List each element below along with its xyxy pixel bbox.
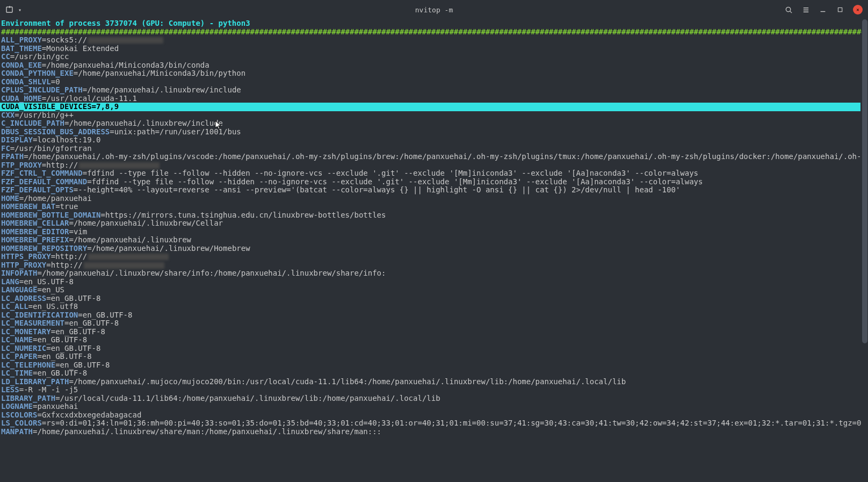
env-row: HTTPS_PROXY=http:// [0,253,860,261]
env-key: HTTPS_PROXY [1,252,51,261]
env-row: LESS=-R -M -i -j5 [0,386,860,394]
env-row: LC_TIME=en_GB.UTF-8 [0,369,860,378]
env-value: Gxfxcxdxbxegedabagacad [42,411,141,419]
env-row: HOMEBREW_PREFIX=/home/panxuehai/.linuxbr… [0,236,860,244]
equals-sign: = [100,211,105,219]
env-row: HOMEBREW_CELLAR=/home/panxuehai/.linuxbr… [0,219,860,228]
minimize-button[interactable] [819,5,827,14]
env-value: localhost:19.0 [37,135,100,144]
env-value: /home/panxuehai/.linuxbrew/include [69,119,223,127]
equals-sign: = [46,261,50,269]
env-value: http:// [55,252,87,261]
env-key: HTTP_PROXY [1,261,46,269]
redacted-segment [88,37,163,44]
env-value: -R -M -i -j5 [24,385,78,394]
terminal-content[interactable]: Environment of process 3737074 (GPU: Com… [0,19,868,482]
env-row: LC_TELEPHONE=en_GB.UTF-8 [0,361,860,370]
close-button[interactable] [853,5,863,15]
env-key: LC_ADDRESS [1,294,46,303]
env-value: /usr/local/cuda-11.1/lib64:/home/panxueh… [60,394,440,402]
new-tab-icon[interactable] [5,5,14,14]
maximize-button[interactable] [836,5,844,14]
titlebar-left: ▾ [5,5,113,14]
env-value: en_US.utf8 [33,302,78,311]
env-row: FZF_CTRL_T_COMMAND=fdfind --type file --… [0,169,860,178]
env-row: FTP_PROXY=http:// [0,161,860,170]
env-key: MANPATH [1,427,33,436]
equals-sign: = [83,169,87,177]
env-key: FZF_DEFAULT_COMMAND [1,177,87,186]
equals-sign: = [15,111,19,119]
env-value: en_GB.UTF-8 [51,344,101,352]
env-value: en_GB.UTF-8 [55,327,105,336]
env-value: en_GB.UTF-8 [37,335,87,344]
env-key: LC_NUMERIC [1,344,46,352]
env-key: CUDA_VISIBLE_DEVICES [1,102,92,111]
env-key: CONDA_SHLVL [1,77,51,86]
equals-sign: = [55,394,60,402]
env-header: Environment of process 3737074 (GPU: Com… [0,19,860,28]
window-titlebar: ▾ nvitop -m [0,0,868,19]
env-row: HOME=/home/panxuehai [0,195,860,203]
tab-menu-dropdown[interactable]: ▾ [18,7,21,13]
env-key: LC_MEASUREMENT [1,319,64,327]
env-row: CONDA_PYTHON_EXE=/home/panxuehai/Minicon… [0,69,860,78]
env-row: HOMEBREW_EDITOR=vim [0,228,860,236]
menu-icon[interactable] [801,5,810,14]
env-row: LANG=en_US.UTF-8 [0,278,860,286]
env-row: FPATH=/home/panxuehai/.oh-my-zsh/plugins… [0,153,860,161]
env-row: LC_PAPER=en_GB.UTF-8 [0,352,860,361]
env-value: /usr/bin/gfortran [15,144,91,153]
equals-sign: = [55,361,60,369]
env-key: LC_TELEPHONE [1,361,55,369]
scrollbar[interactable] [862,19,868,482]
env-key: HOMEBREW_REPOSITORY [1,244,87,253]
env-key: DISPLAY [1,135,33,144]
titlebar-right [755,5,863,15]
env-row: C_INCLUDE_PATH=/home/panxuehai/.linuxbre… [0,119,860,128]
env-value: en_GB.UTF-8 [60,361,110,369]
env-key: LC_PAPER [1,352,37,361]
env-key: LESS [1,385,19,394]
env-value: /home/panxuehai/Miniconda3/bin/python [78,69,245,77]
window-title: nvitop -m [113,6,755,14]
equals-sign: = [51,77,55,86]
search-icon[interactable] [784,5,793,14]
env-value: /home/panxuehai/.mujoco/mujoco200/bin:/u… [74,377,626,386]
equals-sign: = [37,352,41,361]
env-key: CONDA_PYTHON_EXE [1,69,74,77]
env-value: /home/panxuehai/.linuxbrew/share/info:/h… [42,269,386,277]
env-row: DBUS_SESSION_BUS_ADDRESS=unix:path=/run/… [0,128,860,136]
env-key: HOMEBREW_CELLAR [1,219,69,227]
equals-sign: = [28,302,33,311]
env-row: FZF_DEFAULT_OPTS=--height=40% --layout=r… [0,186,860,195]
env-value: fdfind --type file --follow --hidden --n… [92,177,703,186]
env-row: FC=/usr/bin/gfortran [0,145,860,153]
env-value: /usr/bin/gcc [15,52,69,61]
env-key: FPATH [1,152,24,161]
env-value: 0 [55,77,60,86]
env-value: en_US [42,285,64,294]
env-row: LIBRARY_PATH=/usr/local/cuda-11.1/lib64:… [0,394,860,403]
env-key: CONDA_EXE [1,61,42,69]
env-key: INFOPATH [1,269,37,277]
env-value: en_GB.UTF-8 [69,319,119,327]
env-row: LOGNAME=panxuehai [0,402,860,411]
env-value: /usr/bin/g++ [19,111,74,119]
env-key: LS_COLORS [1,419,42,427]
env-key: LC_IDENTIFICATION [1,311,78,319]
scrollbar-thumb[interactable] [862,19,867,343]
env-value: unix:path=/run/user/1001/bus [114,127,241,136]
env-key: C_INCLUDE_PATH [1,119,64,127]
env-key: HOMEBREW_PREFIX [1,235,69,244]
env-row: HOMEBREW_BOTTLE_DOMAIN=https://mirrors.t… [0,211,860,220]
env-row: LC_ALL=en_US.utf8 [0,303,860,311]
env-value: en_GB.UTF-8 [83,311,133,319]
env-row: ALL_PROXY=socks5:// [0,36,860,45]
rule-line: ########################################… [0,28,860,37]
equals-sign: = [19,277,24,286]
env-row: LSCOLORS=Gxfxcxdxbxegedabagacad [0,411,860,420]
equals-sign: = [78,311,82,319]
env-key: HOMEBREW_BOTTLE_DOMAIN [1,211,100,219]
env-value: /home/panxuehai/.linuxbrew [74,235,191,244]
